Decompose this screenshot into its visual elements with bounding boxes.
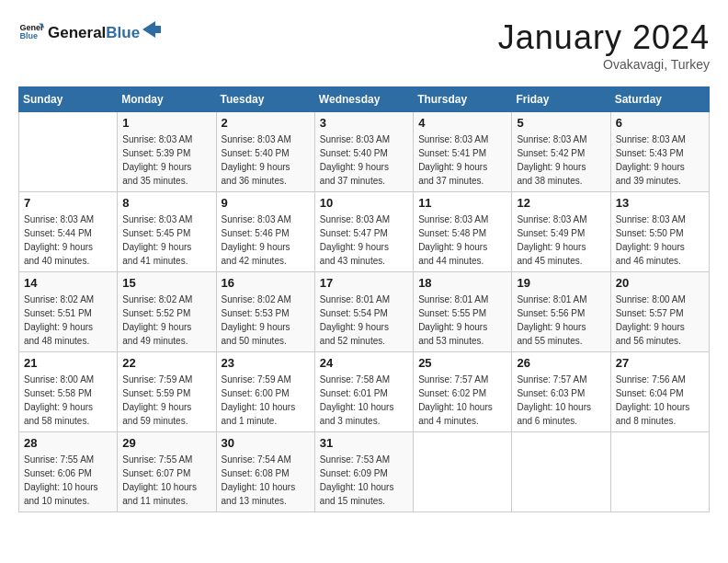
day-info: Sunrise: 8:03 AM Sunset: 5:45 PM Dayligh… [122, 213, 210, 268]
calendar-cell [414, 432, 512, 512]
calendar-cell: 10Sunrise: 8:03 AM Sunset: 5:47 PM Dayli… [314, 192, 413, 272]
day-info: Sunrise: 7:54 AM Sunset: 6:08 PM Dayligh… [222, 453, 310, 508]
day-info: Sunrise: 8:00 AM Sunset: 5:58 PM Dayligh… [24, 373, 112, 428]
calendar-cell [512, 432, 610, 512]
page-header: General Blue General Blue January 2024 O… [18, 18, 710, 72]
calendar-cell: 26Sunrise: 7:57 AM Sunset: 6:03 PM Dayli… [512, 352, 610, 432]
location-subtitle: Ovakavagi, Turkey [498, 57, 710, 72]
day-info: Sunrise: 7:59 AM Sunset: 6:00 PM Dayligh… [222, 373, 310, 428]
header-row: SundayMondayTuesdayWednesdayThursdayFrid… [19, 87, 710, 112]
day-number: 5 [517, 116, 605, 130]
header-tuesday: Tuesday [216, 87, 314, 112]
calendar-cell: 17Sunrise: 8:01 AM Sunset: 5:54 PM Dayli… [314, 272, 413, 352]
day-info: Sunrise: 7:59 AM Sunset: 5:59 PM Dayligh… [122, 373, 210, 428]
day-number: 16 [222, 276, 310, 290]
day-number: 14 [24, 276, 112, 290]
day-number: 22 [122, 356, 210, 370]
day-info: Sunrise: 7:55 AM Sunset: 6:06 PM Dayligh… [24, 453, 112, 508]
calendar-cell: 11Sunrise: 8:03 AM Sunset: 5:48 PM Dayli… [414, 192, 512, 272]
day-number: 15 [122, 276, 210, 290]
calendar-cell: 16Sunrise: 8:02 AM Sunset: 5:53 PM Dayli… [216, 272, 314, 352]
day-number: 25 [418, 356, 506, 370]
day-number: 29 [122, 436, 210, 450]
logo: General Blue General Blue [18, 18, 161, 44]
day-number: 13 [616, 196, 704, 210]
day-number: 19 [517, 276, 605, 290]
calendar-table: SundayMondayTuesdayWednesdayThursdayFrid… [18, 86, 710, 512]
day-info: Sunrise: 8:03 AM Sunset: 5:50 PM Dayligh… [616, 213, 704, 268]
day-number: 4 [418, 116, 506, 130]
calendar-cell: 23Sunrise: 7:59 AM Sunset: 6:00 PM Dayli… [216, 352, 314, 432]
calendar-cell: 19Sunrise: 8:01 AM Sunset: 5:56 PM Dayli… [512, 272, 610, 352]
day-info: Sunrise: 8:03 AM Sunset: 5:48 PM Dayligh… [418, 213, 506, 268]
calendar-cell: 24Sunrise: 7:58 AM Sunset: 6:01 PM Dayli… [314, 352, 413, 432]
day-number: 9 [222, 196, 310, 210]
calendar-cell: 7Sunrise: 8:03 AM Sunset: 5:44 PM Daylig… [19, 192, 118, 272]
week-row-1: 1Sunrise: 8:03 AM Sunset: 5:39 PM Daylig… [19, 112, 710, 192]
day-info: Sunrise: 8:03 AM Sunset: 5:41 PM Dayligh… [418, 132, 506, 188]
header-thursday: Thursday [414, 87, 512, 112]
logo-general: General [48, 24, 106, 42]
calendar-cell: 6Sunrise: 8:03 AM Sunset: 5:43 PM Daylig… [610, 112, 709, 192]
day-info: Sunrise: 8:03 AM Sunset: 5:44 PM Dayligh… [24, 213, 112, 268]
day-info: Sunrise: 7:56 AM Sunset: 6:04 PM Dayligh… [616, 373, 704, 428]
week-row-5: 28Sunrise: 7:55 AM Sunset: 6:06 PM Dayli… [19, 432, 710, 512]
week-row-3: 14Sunrise: 8:02 AM Sunset: 5:51 PM Dayli… [19, 272, 710, 352]
day-number: 7 [24, 196, 112, 210]
day-info: Sunrise: 8:02 AM Sunset: 5:52 PM Dayligh… [122, 293, 210, 348]
day-info: Sunrise: 8:03 AM Sunset: 5:39 PM Dayligh… [122, 132, 210, 188]
day-number: 27 [616, 356, 704, 370]
day-info: Sunrise: 8:03 AM Sunset: 5:40 PM Dayligh… [320, 132, 408, 188]
day-number: 8 [122, 196, 210, 210]
day-number: 12 [517, 196, 605, 210]
calendar-body: 1Sunrise: 8:03 AM Sunset: 5:39 PM Daylig… [19, 112, 710, 512]
week-row-4: 21Sunrise: 8:00 AM Sunset: 5:58 PM Dayli… [19, 352, 710, 432]
calendar-cell: 8Sunrise: 8:03 AM Sunset: 5:45 PM Daylig… [118, 192, 216, 272]
day-info: Sunrise: 7:53 AM Sunset: 6:09 PM Dayligh… [320, 453, 408, 508]
day-number: 6 [616, 116, 704, 130]
day-number: 10 [320, 196, 408, 210]
calendar-cell: 13Sunrise: 8:03 AM Sunset: 5:50 PM Dayli… [610, 192, 709, 272]
calendar-cell: 25Sunrise: 7:57 AM Sunset: 6:02 PM Dayli… [414, 352, 512, 432]
title-block: January 2024 Ovakavagi, Turkey [498, 18, 710, 72]
day-info: Sunrise: 7:55 AM Sunset: 6:07 PM Dayligh… [122, 453, 210, 508]
day-info: Sunrise: 8:03 AM Sunset: 5:47 PM Dayligh… [320, 213, 408, 268]
day-info: Sunrise: 8:01 AM Sunset: 5:55 PM Dayligh… [418, 293, 506, 348]
calendar-cell: 4Sunrise: 8:03 AM Sunset: 5:41 PM Daylig… [414, 112, 512, 192]
month-title: January 2024 [498, 18, 710, 57]
day-number: 23 [222, 356, 310, 370]
day-info: Sunrise: 7:57 AM Sunset: 6:02 PM Dayligh… [418, 373, 506, 428]
header-wednesday: Wednesday [314, 87, 413, 112]
calendar-cell: 20Sunrise: 8:00 AM Sunset: 5:57 PM Dayli… [610, 272, 709, 352]
calendar-cell: 21Sunrise: 8:00 AM Sunset: 5:58 PM Dayli… [19, 352, 118, 432]
svg-text:Blue: Blue [19, 31, 38, 40]
day-number: 1 [122, 116, 210, 130]
day-number: 2 [222, 116, 310, 130]
day-info: Sunrise: 8:03 AM Sunset: 5:49 PM Dayligh… [517, 213, 605, 268]
calendar-cell: 28Sunrise: 7:55 AM Sunset: 6:06 PM Dayli… [19, 432, 118, 512]
calendar-cell: 15Sunrise: 8:02 AM Sunset: 5:52 PM Dayli… [118, 272, 216, 352]
logo-blue: Blue [106, 24, 140, 42]
day-number: 31 [320, 436, 408, 450]
day-info: Sunrise: 8:03 AM Sunset: 5:46 PM Dayligh… [222, 213, 310, 268]
day-number: 28 [24, 436, 112, 450]
calendar-cell: 12Sunrise: 8:03 AM Sunset: 5:49 PM Dayli… [512, 192, 610, 272]
header-sunday: Sunday [19, 87, 118, 112]
day-info: Sunrise: 8:02 AM Sunset: 5:51 PM Dayligh… [24, 293, 112, 348]
calendar-cell [610, 432, 709, 512]
day-number: 18 [418, 276, 506, 290]
calendar-cell: 2Sunrise: 8:03 AM Sunset: 5:40 PM Daylig… [216, 112, 314, 192]
header-monday: Monday [118, 87, 216, 112]
calendar-cell: 14Sunrise: 8:02 AM Sunset: 5:51 PM Dayli… [19, 272, 118, 352]
day-number: 17 [320, 276, 408, 290]
day-info: Sunrise: 8:03 AM Sunset: 5:42 PM Dayligh… [517, 132, 605, 188]
day-number: 20 [616, 276, 704, 290]
calendar-cell: 5Sunrise: 8:03 AM Sunset: 5:42 PM Daylig… [512, 112, 610, 192]
day-info: Sunrise: 8:03 AM Sunset: 5:40 PM Dayligh… [222, 132, 310, 188]
day-info: Sunrise: 8:01 AM Sunset: 5:54 PM Dayligh… [320, 293, 408, 348]
header-friday: Friday [512, 87, 610, 112]
calendar-header: SundayMondayTuesdayWednesdayThursdayFrid… [19, 87, 710, 112]
day-number: 3 [320, 116, 408, 130]
logo-icon: General Blue [18, 18, 44, 44]
calendar-cell: 30Sunrise: 7:54 AM Sunset: 6:08 PM Dayli… [216, 432, 314, 512]
